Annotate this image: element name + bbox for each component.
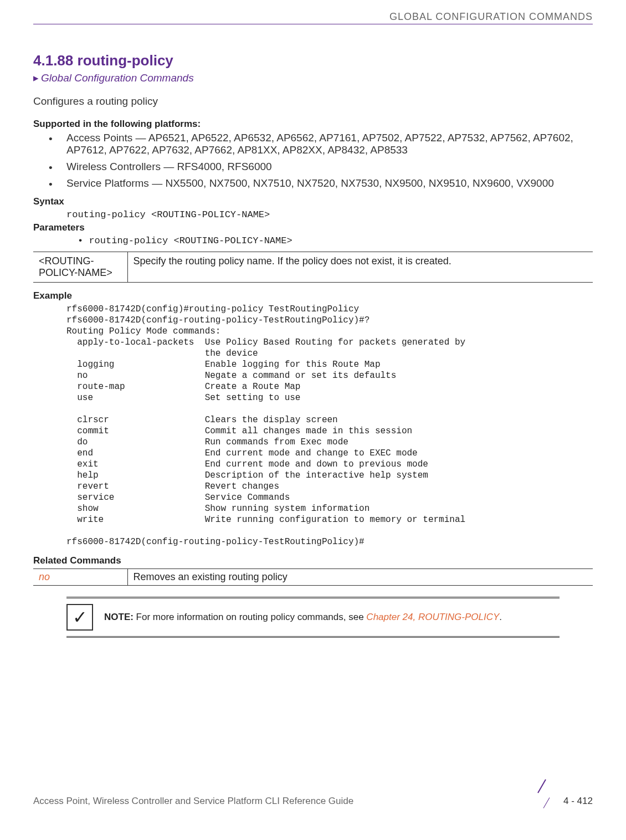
parameters-heading: Parameters [33,222,593,233]
arrow-icon: ▸ [33,71,39,84]
table-row: <ROUTING-POLICY-NAME> Specify the routin… [33,252,593,283]
list-item: Service Platforms — NX5500, NX7500, NX75… [49,177,593,189]
related-desc: Removes an existing routing policy [127,569,593,586]
check-icon: ✓ [66,604,93,631]
param-desc-cell: Specify the routing policy name. If the … [127,252,593,283]
intro-text: Configures a routing policy [33,95,593,107]
note-link[interactable]: Chapter 24, ROUTING-POLICY [366,612,499,622]
list-item: Access Points — AP6521, AP6522, AP6532, … [49,132,593,156]
note-text: NOTE: For more information on routing po… [104,611,502,623]
parameters-table: <ROUTING-POLICY-NAME> Specify the routin… [33,252,593,283]
related-heading: Related Commands [33,555,593,566]
related-cmd-link[interactable]: no [33,569,127,586]
running-header: GLOBAL CONFIGURATION COMMANDS [33,11,593,24]
example-code: rfs6000-81742D(config)#routing-policy Te… [66,304,593,547]
footer-guide-title: Access Point, Wireless Controller and Se… [33,796,353,807]
table-row: no Removes an existing routing policy [33,569,593,586]
note-box: ✓ NOTE: For more information on routing … [66,597,560,638]
page-container: GLOBAL CONFIGURATION COMMANDS 4.1.88 rou… [0,0,626,815]
related-table: no Removes an existing routing policy [33,568,593,586]
parameters-bullet: • routing-policy <ROUTING-POLICY-NAME> [78,235,593,246]
breadcrumb-text: Global Configuration Commands [41,72,194,84]
section-title: 4.1.88 routing-policy [33,52,593,69]
slash-icon [533,793,556,809]
example-heading: Example [33,290,593,301]
param-name-cell: <ROUTING-POLICY-NAME> [33,252,127,283]
platforms-heading: Supported in the following platforms: [33,119,593,130]
page-footer: Access Point, Wireless Controller and Se… [33,793,593,809]
list-item: Wireless Controllers — RFS4000, RFS6000 [49,161,593,173]
platforms-list: Access Points — AP6521, AP6522, AP6532, … [49,132,593,189]
note-label: NOTE: [104,612,134,622]
note-body-after: . [499,612,502,622]
breadcrumb[interactable]: ▸Global Configuration Commands [33,71,593,84]
syntax-code: routing-policy <ROUTING-POLICY-NAME> [66,209,593,220]
syntax-heading: Syntax [33,196,593,207]
note-body-before: For more information on routing policy c… [134,612,366,622]
page-number: 4 - 412 [563,796,593,807]
